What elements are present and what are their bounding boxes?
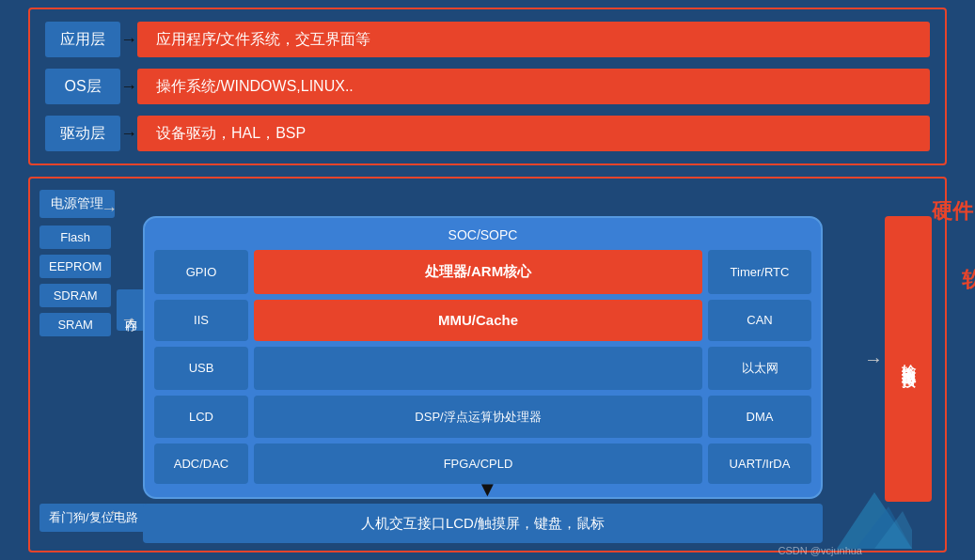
driver-layer-content: 设备驱动，HAL，BSP xyxy=(137,116,930,151)
os-layer-content: 操作系统/WINDOWS,LINUX.. xyxy=(137,69,930,104)
watchdog-arrow-icon: ← xyxy=(107,503,124,522)
dsp-cell: DSP/浮点运算协处理器 xyxy=(254,396,702,439)
empty-cell-1 xyxy=(254,347,702,390)
arrow-3: → xyxy=(120,124,137,144)
sram-item: SRAM xyxy=(39,313,111,336)
adc-cell: ADC/DAC xyxy=(154,443,248,484)
watermark: CSDN @vcjunhua xyxy=(778,545,862,556)
app-layer-label: 应用层 xyxy=(45,22,120,57)
io-arrow-icon: → xyxy=(864,349,883,370)
usb-cell: USB xyxy=(154,347,248,390)
sdram-item: SDRAM xyxy=(39,284,111,307)
mmu-cell: MMU/Cache xyxy=(254,300,702,342)
app-layer-row: 应用层 → 应用程序/文件系统，交互界面等 xyxy=(45,21,930,58)
gpio-cell: GPIO xyxy=(154,250,248,294)
driver-layer-row: 驱动层 → 设备驱动，HAL，BSP xyxy=(45,115,930,152)
processor-cell: 处理器/ARM核心 xyxy=(254,250,702,294)
dma-cell: DMA xyxy=(708,396,811,439)
soc-box: SOC/SOPC GPIO 处理器/ARM核心 Timer/RTC IIS MM… xyxy=(143,216,823,499)
hmi-bar: 人机交互接口LCD/触摸屏，键盘，鼠标 xyxy=(143,504,823,543)
os-layer-label: OS层 xyxy=(45,69,120,104)
hardware-section: 硬件 电源管理 → Flash EEPROM SDRAM SRAM 内存 → 看… xyxy=(28,177,947,552)
timer-cell: Timer/RTC xyxy=(708,250,811,294)
software-label: 软件 xyxy=(962,266,975,294)
io-column: → 输入输出接口 xyxy=(885,216,939,502)
deco-triangles xyxy=(837,492,912,549)
memory-column: Flash EEPROM SDRAM SRAM xyxy=(39,226,111,336)
ethernet-cell: 以太网 xyxy=(708,347,811,390)
io-box: 输入输出接口 xyxy=(885,216,932,502)
mem-arrow-icon: → xyxy=(120,310,137,330)
can-cell: CAN xyxy=(708,300,811,342)
power-arrow-icon: → xyxy=(101,199,118,219)
arrow-1: → xyxy=(120,30,137,50)
soc-hmi-arrow-icon: ▼ xyxy=(478,477,498,502)
uart-cell: UART/IrDA xyxy=(708,443,811,484)
app-layer-content: 应用程序/文件系统，交互界面等 xyxy=(137,22,930,57)
lcd-cell: LCD xyxy=(154,396,248,439)
arrow-2: → xyxy=(120,77,137,97)
soc-title: SOC/SOPC xyxy=(154,227,811,242)
main-container: 应用层 → 应用程序/文件系统，交互界面等 OS层 → 操作系统/WINDOWS… xyxy=(0,0,975,560)
watchdog: 看门狗/复位电路 xyxy=(39,504,148,532)
os-layer-row: OS层 → 操作系统/WINDOWS,LINUX.. xyxy=(45,68,930,105)
eeprom-item: EEPROM xyxy=(39,255,111,278)
software-section: 应用层 → 应用程序/文件系统，交互界面等 OS层 → 操作系统/WINDOWS… xyxy=(28,8,947,165)
iis-cell: IIS xyxy=(154,300,248,342)
flash-item: Flash xyxy=(39,226,111,249)
driver-layer-label: 驱动层 xyxy=(45,116,120,151)
